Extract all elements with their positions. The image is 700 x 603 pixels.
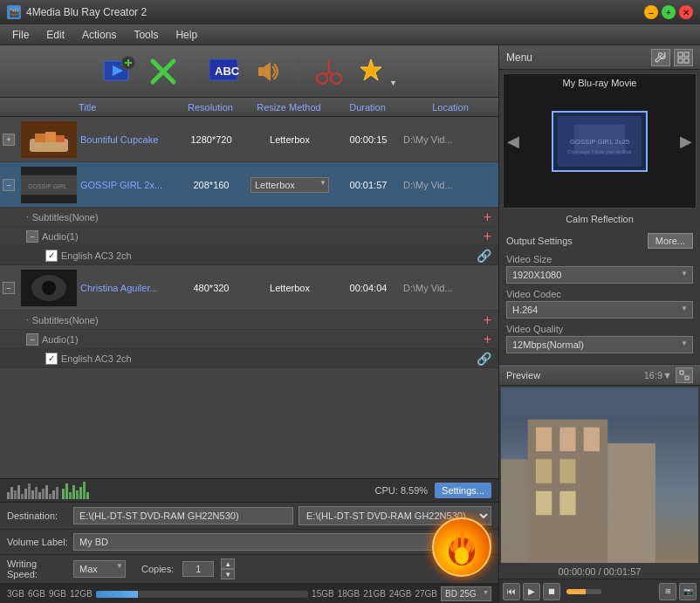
subtitles-label-2: Subtitles(None) [32, 315, 477, 325]
copies-input[interactable] [182, 561, 214, 577]
cut-button[interactable] [310, 52, 348, 91]
video-codec-label: Video Codec [506, 289, 693, 299]
disc-mark-15gb: 15GB [312, 589, 334, 599]
writing-speed-select[interactable]: Max [73, 560, 126, 578]
video-size-select[interactable]: 1920X1080 1280X720 [506, 266, 693, 284]
menu-prev-button[interactable]: ◀ [507, 132, 519, 151]
waveform [7, 482, 89, 499]
wrench-icon-button[interactable] [651, 49, 670, 66]
svg-rect-44 [559, 428, 575, 451]
svg-point-28 [455, 547, 469, 565]
expand-row-button[interactable]: + [3, 134, 15, 146]
svg-rect-49 [559, 491, 575, 515]
file-resize-method: Letterbox [246, 283, 333, 293]
effects-button[interactable] [355, 52, 387, 91]
stop-button[interactable]: ⏹ [543, 583, 560, 600]
resize-method-select[interactable]: Letterbox Pan&Scan Full Screen [250, 177, 329, 193]
subtitles-row-2: · Subtitles(None) + [0, 311, 498, 330]
toolbar: ABC [0, 45, 498, 98]
header-title: Title [75, 102, 175, 113]
header-duration: Duration [333, 102, 402, 113]
menu-next-button[interactable]: ▶ [680, 132, 692, 151]
disc-type-select[interactable]: BD 25G [441, 586, 491, 601]
thumbnail [21, 121, 77, 158]
svg-rect-46 [536, 459, 552, 483]
edit-audio-button[interactable]: 🔗 [470, 249, 498, 263]
close-button[interactable]: ✕ [679, 5, 693, 19]
disc-progress-bar [96, 591, 308, 598]
effects-group: ▼ [355, 52, 401, 91]
add-subtitle-button-2[interactable]: + [477, 312, 498, 328]
file-info: Christina Aguiler... 480*320 Letterbox 0… [80, 283, 498, 293]
play-to-start-button[interactable]: ⏮ [503, 583, 520, 600]
snapshot-button[interactable]: 📷 [679, 583, 697, 600]
disc-mark-9gb: 9GB [49, 589, 66, 599]
audio-checkbox[interactable]: ✓ [45, 250, 58, 262]
burn-button[interactable] [432, 517, 491, 577]
volume-label-input[interactable] [73, 533, 491, 551]
effects-dropdown-button[interactable]: ▼ [387, 52, 401, 91]
svg-rect-47 [559, 459, 575, 483]
header-location: Location [402, 102, 498, 113]
expand-row-button[interactable]: – [3, 179, 15, 191]
copies-decrement[interactable]: ▼ [221, 569, 235, 579]
svg-rect-20 [56, 135, 65, 142]
svg-line-12 [326, 72, 329, 75]
menu-actions[interactable]: Actions [73, 26, 125, 44]
audio-checkbox-2[interactable]: ✓ [45, 353, 58, 365]
minimize-button[interactable]: – [644, 5, 658, 19]
destination-label: Destination: [7, 510, 68, 521]
edit-title-button[interactable]: ABC [204, 52, 243, 91]
cpu-usage: CPU: 8.59% [375, 485, 429, 496]
right-panel: Menu My Blu-ray Mov [499, 45, 700, 603]
add-subtitle-button[interactable]: + [477, 209, 498, 225]
disc-mark-3gb: 3GB [7, 589, 24, 599]
edit-audio-button-2[interactable]: 🔗 [470, 352, 498, 366]
settings-button[interactable]: Settings... [435, 483, 491, 498]
output-settings-section: Output Settings More... Video Size 1920X… [499, 228, 700, 365]
file-resolution: 1280*720 [176, 134, 246, 145]
menu-name-label: Calm Reflection [499, 212, 700, 228]
file-title[interactable]: Christina Aguiler... [80, 283, 176, 293]
expand-audio-button[interactable]: – [26, 230, 38, 243]
output-settings-header: Output Settings More... [506, 233, 693, 249]
file-title[interactable]: Bountiful Cupcake [80, 134, 176, 145]
menu-section-header: Menu [499, 45, 700, 70]
add-video-button[interactable] [99, 52, 137, 91]
play-button[interactable]: ▶ [523, 583, 540, 600]
menu-file[interactable]: File [3, 26, 38, 44]
video-quality-row: Video Quality 12Mbps(Normal) 25Mbps(High… [506, 324, 693, 353]
video-quality-select[interactable]: 12Mbps(Normal) 25Mbps(High) [506, 336, 693, 353]
menu-edit[interactable]: Edit [38, 26, 73, 44]
file-title[interactable]: GOSSIP GIRL 2x... [80, 180, 176, 190]
more-button[interactable]: More... [648, 233, 693, 249]
grid-icon-button[interactable] [674, 49, 693, 66]
expand-audio-button-2[interactable]: – [26, 333, 38, 346]
add-audio-button-2[interactable]: + [477, 332, 498, 347]
expand-row-button[interactable]: – [3, 282, 15, 294]
svg-text:GOSSIP GIRL 2x25: GOSSIP GIRL 2x25 [570, 137, 629, 145]
preview-ratio[interactable]: 16:9▼ [644, 370, 672, 380]
menubar: File Edit Actions Tools Help [0, 24, 700, 45]
volume-label-text: Volume Label: [7, 537, 68, 547]
svg-rect-32 [684, 58, 689, 63]
table-row: – GOSSIP GIRL GOSSIP GIRL 2x... 208*160 [0, 162, 498, 208]
maximize-button[interactable]: + [662, 5, 676, 19]
destination-input[interactable] [73, 507, 293, 524]
svg-rect-29 [678, 52, 683, 57]
svg-rect-30 [684, 52, 689, 57]
preview-label: Preview [506, 370, 644, 380]
video-codec-select[interactable]: H.264 MPEG-2 [506, 301, 693, 319]
preview-expand-button[interactable] [676, 367, 693, 383]
controls-row-wrapper: Writing Speed: Max Copies: ▲ ▼ [0, 555, 498, 584]
layout-button[interactable]: ⊞ [659, 583, 676, 600]
remove-button[interactable] [144, 52, 182, 91]
copies-increment[interactable]: ▲ [221, 558, 235, 569]
titlebar: 🎬 4Media Blu Ray Creator 2 – + ✕ [0, 0, 700, 24]
menu-tools[interactable]: Tools [125, 26, 167, 44]
volume-button[interactable] [250, 52, 288, 91]
add-audio-button[interactable]: + [477, 229, 498, 244]
menu-help[interactable]: Help [167, 26, 206, 44]
file-resize-method[interactable]: Letterbox Pan&Scan Full Screen [246, 177, 333, 193]
volume-slider[interactable] [566, 589, 601, 594]
